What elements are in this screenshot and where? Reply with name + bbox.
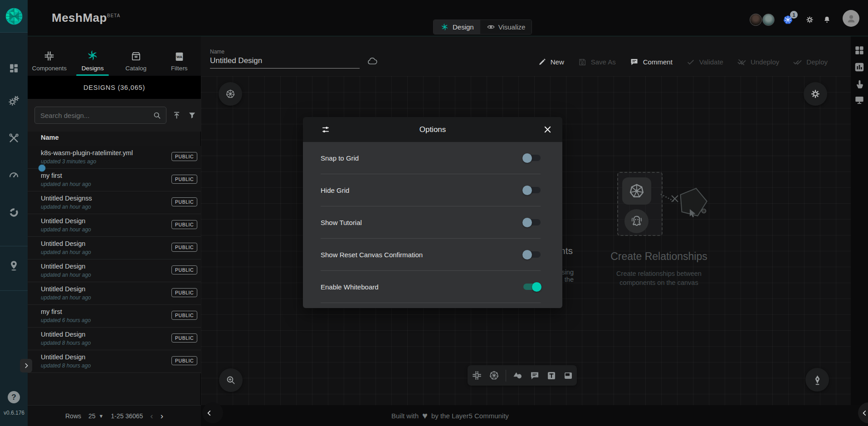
toggle-knob — [522, 186, 532, 195]
tab-label: Components — [32, 65, 67, 72]
rail-expand-handle[interactable] — [20, 359, 32, 372]
design-name: k8s-wasm-plugin-ratelimiter.yml — [41, 149, 133, 157]
design-row[interactable]: Untitled Design updated an hour ago PUBL… — [28, 282, 201, 305]
zoom-in-button[interactable] — [219, 368, 243, 392]
collaborator-avatar[interactable] — [750, 14, 762, 26]
comment-button[interactable]: Comment — [629, 57, 673, 67]
shapes-icon[interactable] — [512, 370, 523, 381]
action-label: New — [551, 58, 564, 66]
modal-title: Options — [303, 125, 562, 134]
save-as-button[interactable]: Save As — [578, 57, 616, 67]
design-row[interactable]: Untitled Design updated an hour ago PUBL… — [28, 214, 201, 237]
whiteboard-pen-button[interactable] — [805, 368, 829, 392]
tools-icon[interactable] — [8, 132, 20, 144]
rows-per-page-select[interactable]: 25 ▼ — [88, 412, 103, 420]
chevron-left-icon — [861, 409, 868, 417]
layer5-mesh-logo-icon — [5, 7, 24, 26]
floppy-save-icon — [578, 58, 587, 67]
canvas-settings-button[interactable] — [804, 82, 827, 106]
design-row[interactable]: Untitled Design updated 8 hours ago PUBL… — [28, 350, 201, 373]
search-input[interactable] — [35, 112, 150, 119]
design-updated: updated an hour ago — [41, 249, 91, 255]
action-label: Comment — [643, 58, 673, 66]
design-name: Untitled Design — [41, 263, 85, 270]
design-row[interactable]: Untitled Design updated 8 hours ago PUBL… — [28, 328, 201, 350]
map-pin-icon[interactable] — [8, 260, 20, 272]
show-tutorial-toggle[interactable] — [523, 219, 541, 225]
dock-barchart-icon[interactable] — [853, 61, 865, 73]
gears-icon[interactable] — [8, 95, 20, 107]
upload-icon[interactable] — [172, 110, 181, 120]
bottom-bar: Built with ♥ by the Layer5 Community — [201, 405, 868, 426]
design-row[interactable]: my first updated an hour ago PUBLIC — [28, 169, 201, 191]
hide-grid-toggle[interactable] — [523, 187, 541, 193]
tab-components[interactable]: Components — [28, 36, 71, 76]
design-updated: updated an hour ago — [41, 204, 91, 210]
deploy-button[interactable]: Deploy — [793, 57, 828, 67]
validate-button[interactable]: Validate — [686, 57, 723, 67]
dock-grid-icon[interactable] — [853, 44, 865, 56]
cloud-sync-icon[interactable] — [367, 56, 378, 67]
design-name: Untitled Design — [41, 353, 85, 361]
kubernetes-wheel-icon[interactable] — [488, 370, 500, 381]
collaborator-avatar[interactable] — [762, 14, 775, 26]
design-row[interactable]: Untitled Designss updated an hour ago PU… — [28, 191, 201, 214]
mode-design-button[interactable]: Design — [434, 20, 480, 34]
design-updated: updated 8 hours ago — [41, 340, 91, 346]
magnifier-plus-icon — [225, 374, 237, 386]
design-row[interactable]: Untitled Design updated an hour ago PUBL… — [28, 260, 201, 282]
design-row[interactable]: Untitled Design updated an hour ago PUBL… — [28, 237, 201, 260]
design-name: Untitled Designss — [41, 195, 92, 202]
design-row[interactable]: my first updated 6 hours ago PUBLIC — [28, 305, 201, 328]
component-circuit-icon[interactable] — [471, 370, 483, 381]
pagination-range: 1-25 36065 — [111, 412, 143, 420]
brand-title: MeshMapBETA — [52, 11, 120, 25]
comment-tool-icon[interactable] — [529, 370, 540, 381]
design-name: Untitled Design — [41, 331, 85, 338]
snap-to-grid-toggle[interactable] — [523, 155, 541, 161]
visibility-badge: PUBLIC — [171, 220, 197, 229]
option-label: Show Tutorial — [321, 219, 362, 226]
pill-divider — [506, 370, 506, 382]
chevron-right-icon — [23, 362, 30, 369]
panel-collapse-handle[interactable] — [202, 402, 223, 423]
dock-touch-icon[interactable] — [853, 78, 865, 90]
text-tool-icon[interactable] — [546, 370, 557, 381]
chevron-down-icon: ▼ — [99, 413, 104, 419]
search-icon[interactable] — [152, 111, 162, 120]
dock-monitor-icon[interactable] — [853, 94, 865, 106]
app-logo[interactable] — [0, 0, 28, 33]
canvas-k8s-button[interactable] — [219, 82, 242, 106]
image-tool-icon[interactable] — [563, 370, 574, 381]
close-icon[interactable] — [543, 125, 552, 134]
tab-designs[interactable]: Designs — [71, 36, 115, 76]
credit-suffix: by the Layer5 Community — [431, 412, 509, 420]
kubernetes-wheel-icon — [225, 88, 236, 99]
help-button[interactable]: ? — [8, 391, 20, 403]
settings-gear-icon[interactable] — [805, 15, 814, 24]
next-page-button[interactable]: › — [161, 411, 163, 421]
comment-bubble-icon — [629, 57, 639, 67]
filter-funnel-icon[interactable] — [187, 110, 197, 120]
mode-visualize-button[interactable]: Visualize — [480, 20, 532, 34]
new-button[interactable]: New — [538, 57, 564, 67]
notifications-bell-icon[interactable] — [823, 15, 831, 24]
donut-chart-icon[interactable] — [8, 206, 20, 219]
undeploy-button[interactable]: Undeploy — [737, 57, 779, 67]
enable-whiteboard-toggle[interactable] — [523, 284, 541, 290]
design-name-input[interactable] — [210, 56, 360, 69]
tab-catalog[interactable]: Catalog — [114, 36, 158, 76]
mode-design-label: Design — [453, 23, 474, 31]
design-row[interactable]: k8s-wasm-plugin-ratelimiter.yml updated … — [28, 146, 201, 169]
gauge-icon[interactable] — [8, 169, 20, 181]
dashboard-icon[interactable] — [8, 62, 20, 74]
pagination-bar: Rows 25 ▼ 1-25 36065 ‹ › — [28, 405, 201, 426]
collaborator-presence-dot — [38, 164, 46, 172]
tune-sliders-icon — [321, 125, 331, 135]
design-topbar: Name New Save As Comment Validate Und — [201, 36, 868, 76]
previous-page-button[interactable]: ‹ — [150, 411, 153, 421]
tab-filters[interactable]: Filters — [158, 36, 201, 76]
user-avatar[interactable] — [843, 10, 859, 27]
reset-canvas-confirmation-toggle[interactable] — [523, 251, 541, 258]
option-row-reset-confirmation: Show Reset Canvas Confirmation — [321, 239, 541, 271]
